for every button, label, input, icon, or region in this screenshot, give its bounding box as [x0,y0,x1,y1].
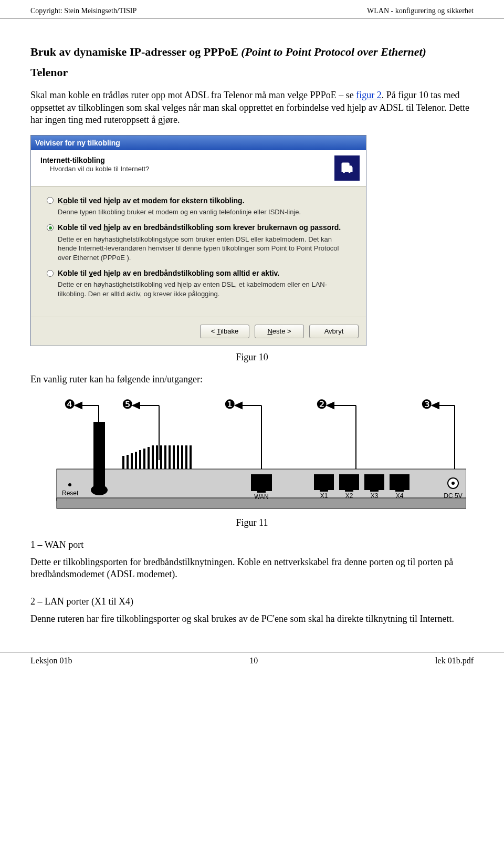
label-x2: X2 [345,492,353,499]
option-modem-desc: Denne typen tilkobling bruker et modem o… [58,207,350,217]
option-broadband-auth-desc: Dette er en høyhastighetstilkoblingstype… [58,235,350,263]
svg-rect-32 [177,445,179,469]
svg-rect-26 [152,445,154,469]
svg-rect-46 [395,488,404,492]
svg-rect-20 [127,455,129,469]
svg-rect-22 [135,452,137,469]
svg-point-48 [452,482,455,485]
svg-rect-23 [139,450,141,469]
callout-5-icon: ❺ [122,397,133,411]
header-left: Copyright: Stein Meisingseth/TISIP [30,6,136,16]
svg-rect-31 [173,445,175,469]
svg-rect-25 [148,447,150,469]
svg-rect-40 [320,488,328,492]
svg-rect-21 [131,453,133,469]
section-lan-body: Denne ruteren har fire tilkoblingsporter… [30,613,474,625]
option-broadband-always-label: Koble til ved hjelp av en bredbåndstilko… [58,268,279,278]
wizard-body: Koble til ved hjelp av et modem for ekst… [31,186,366,317]
svg-rect-28 [160,445,162,469]
section-wan-body: Dette er tilkoblingsporten for bredbånds… [30,556,474,581]
label-x4: X4 [396,492,404,499]
footer-left: Leksjon 01b [30,655,72,667]
callout-3-icon: ❸ [421,397,433,411]
title-plain: Bruk av dynamiske IP-adresser og PPPoE [30,45,241,58]
option-broadband-auth-label: Koble til ved hjelp av en bredbåndstilko… [58,223,341,232]
svg-rect-44 [370,488,379,492]
section-lan-title: 2 – LAN porter (X1 til X4) [30,596,474,608]
title-italic: (Point to Point Protocol over Ethernet) [241,45,426,58]
header-right: WLAN - konfigurering og sikkerhet [367,6,474,16]
svg-rect-30 [169,445,171,469]
svg-rect-29 [164,445,166,469]
wizard-banner-sub: Hvordan vil du koble til Internett? [40,165,334,174]
svg-rect-35 [190,445,192,469]
wizard-titlebar: Veiviser for ny tilkobling [31,136,366,150]
option-broadband-auth[interactable]: Koble til ved hjelp av en bredbåndstilko… [47,223,350,262]
callout-2-icon: ❷ [316,397,328,411]
svg-point-36 [68,483,71,486]
radio-checked-icon[interactable] [47,224,54,231]
svg-rect-41 [339,474,359,490]
subheading-telenor: Telenor [30,65,474,80]
callout-1-icon: ❶ [224,397,236,411]
svg-rect-37 [251,474,272,491]
callout-4-icon: ❹ [64,397,76,411]
svg-rect-24 [143,449,145,469]
content-area: Bruk av dynamiske IP-adresser og PPPoE (… [0,45,504,625]
cancel-button[interactable]: Avbryt [309,325,359,339]
page-title: Bruk av dynamiske IP-adresser og PPPoE (… [30,45,474,60]
figure11-caption: Figur 11 [30,517,474,529]
option-modem[interactable]: Koble til ved hjelp av et modem for ekst… [47,196,350,217]
label-dc5v: DC 5V [444,492,462,499]
footer-center: 10 [249,655,258,667]
radio-unchecked-icon[interactable] [47,270,54,277]
next-button[interactable]: Neste > [255,325,304,339]
svg-rect-17 [93,422,105,490]
svg-rect-27 [156,445,158,469]
svg-point-18 [91,485,108,495]
wizard-banner-title: Internett-tilkobling [40,155,334,165]
label-reset: Reset [62,490,79,497]
footer-right: lek 01b.pdf [435,655,474,667]
svg-rect-33 [181,445,183,469]
p1a: Skal man koble en trådløs ruter opp mot … [30,90,356,100]
option-broadband-always[interactable]: Koble til ved hjelp av en bredbåndstilko… [47,268,350,298]
svg-rect-45 [390,474,410,490]
network-icon [334,155,360,181]
wizard-dialog: Veiviser for ny tilkobling Internett-til… [30,135,366,347]
router-intro: En vanlig ruter kan ha følgende inn/utga… [30,373,474,386]
intro-paragraph: Skal man koble en trådløs ruter opp mot … [30,89,474,126]
label-wan: WAN [254,493,269,501]
figure10-caption: Figur 10 [30,351,474,363]
svg-rect-38 [257,490,266,493]
page-footer: Leksjon 01b 10 lek 01b.pdf [0,652,504,674]
radio-unchecked-icon[interactable] [47,197,54,204]
option-broadband-always-desc: Dette er en høyhastighetstilkobling ved … [58,280,350,298]
section-wan-title: 1 – WAN port [30,539,474,551]
svg-rect-42 [345,488,353,492]
svg-rect-39 [314,474,334,490]
back-button[interactable]: < Tilbake [200,325,249,339]
wizard-banner: Internett-tilkobling Hvordan vil du kobl… [31,150,366,186]
label-x3: X3 [371,492,379,499]
option-modem-label: Koble til ved hjelp av et modem for ekst… [58,196,245,205]
svg-rect-43 [364,474,384,490]
svg-rect-34 [185,445,187,469]
wizard-button-bar: < Tilbake Neste > Avbryt [31,317,366,346]
link-figur2[interactable]: figur 2 [356,90,382,100]
page-header: Copyright: Stein Meisingseth/TISIP WLAN … [0,0,504,18]
router-diagram: ❹ ❺ ❶ ❷ ❸ [30,393,474,514]
svg-rect-19 [122,456,124,469]
label-x1: X1 [320,492,328,499]
